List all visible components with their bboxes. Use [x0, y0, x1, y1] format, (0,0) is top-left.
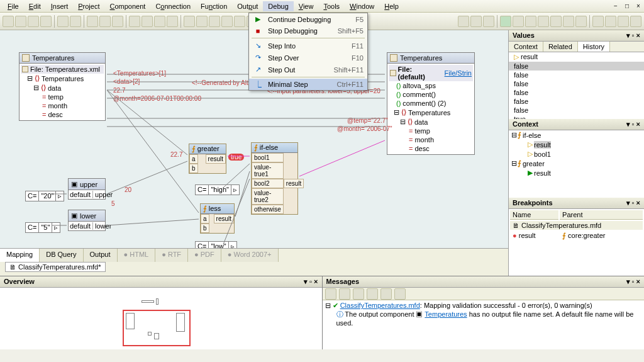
fn-greater[interactable]: ⨍ greater ab result: [189, 144, 226, 174]
value-row[interactable]: false: [509, 71, 644, 79]
tree-item[interactable]: data: [414, 118, 428, 126]
menu-output[interactable]: Output: [232, 1, 263, 11]
msg-btn[interactable]: [367, 288, 378, 300]
toolbar-btn[interactable]: [87, 16, 98, 27]
fn-less[interactable]: ⨍ less ab result: [200, 203, 235, 234]
toolbar-btn[interactable]: [15, 16, 26, 27]
menu-project[interactable]: Project: [73, 1, 104, 11]
port[interactable]: value-true1: [252, 162, 284, 179]
port[interactable]: otherwise: [252, 205, 284, 214]
file-tab[interactable]: 🗎 ClassifyTemperatures.mfd*: [0, 262, 508, 276]
toolbar-btn[interactable]: [234, 16, 245, 27]
port-a[interactable]: a: [189, 154, 198, 164]
tab-output[interactable]: Output: [84, 249, 118, 262]
toolbar-btn[interactable]: [483, 16, 494, 27]
value-row[interactable]: false: [509, 97, 644, 106]
tree-item[interactable]: temp: [48, 93, 63, 101]
overview-canvas[interactable]: [0, 288, 322, 349]
tree-item[interactable]: desc: [414, 145, 429, 152]
menu-item-minimal-step[interactable]: ⎿Minimal StepCtrl+F11: [249, 79, 367, 90]
toolbar-btn[interactable]: [112, 16, 123, 27]
toolbar-btn[interactable]: [575, 16, 587, 27]
toolbar-btn[interactable]: [129, 16, 140, 27]
const-20[interactable]: C="20"▹: [25, 191, 64, 201]
menu-debug[interactable]: Debug: [263, 1, 293, 11]
toolbar-btn[interactable]: [70, 16, 81, 27]
minimize-button[interactable]: −: [609, 1, 619, 10]
msg-btn[interactable]: [325, 288, 336, 300]
tree-item[interactable]: temp: [414, 127, 430, 135]
port-b[interactable]: b: [189, 164, 198, 173]
tree-item[interactable]: desc: [48, 111, 62, 118]
port-result[interactable]: result: [214, 214, 234, 223]
node-upper[interactable]: ▣upper defaultupper: [68, 178, 106, 200]
toolbar-btn[interactable]: [209, 16, 220, 27]
bp-file[interactable]: ClassifyTemperatures.mfd: [521, 222, 601, 229]
toolbar-btn[interactable]: [458, 16, 469, 27]
menu-help[interactable]: Help: [379, 1, 404, 11]
file-hint-link[interactable]: File/Strin: [445, 69, 472, 77]
context-item[interactable]: ⊟⨍ if-else: [509, 130, 644, 140]
toolbar-btn[interactable]: [563, 16, 574, 27]
value-row[interactable]: false: [509, 88, 644, 97]
msg-comp-link[interactable]: Temperatures: [425, 310, 467, 318]
panel-controls[interactable]: ▾ ▫ ×: [626, 31, 640, 40]
port[interactable]: value-true2: [252, 188, 284, 205]
panel-controls[interactable]: ▾ ▫ ×: [626, 278, 640, 286]
toolbar-btn[interactable]: [618, 16, 629, 27]
menu-insert[interactable]: Insert: [46, 1, 74, 11]
menu-connection[interactable]: Connection: [150, 1, 196, 11]
tree-item[interactable]: comment() (2): [402, 99, 446, 107]
panel-controls[interactable]: ▾ ▫ ×: [626, 120, 640, 128]
node-lower[interactable]: ▣lower defaultlower: [68, 210, 106, 231]
menu-item-step-into[interactable]: ↘Step IntoF11: [249, 40, 367, 52]
menu-tools[interactable]: Tools: [318, 1, 345, 11]
port-result[interactable]: result: [284, 179, 304, 188]
tree-item[interactable]: data: [48, 84, 61, 92]
menu-item-step-over[interactable]: ↷Step OverF10: [249, 52, 367, 64]
toolbar-btn[interactable]: [57, 16, 69, 27]
tab-mapping[interactable]: Mapping: [0, 249, 40, 262]
tree-item[interactable]: month: [414, 136, 434, 144]
tab-rtf[interactable]: ● RTF: [155, 249, 188, 262]
value-row[interactable]: false: [509, 79, 644, 88]
context-item[interactable]: ▶ result: [509, 168, 644, 178]
msg-file-link[interactable]: ClassifyTemperatures.mfd: [340, 302, 420, 309]
tree-item[interactable]: Temperatures: [42, 75, 84, 82]
menu-view[interactable]: View: [294, 1, 319, 11]
toolbar-btn[interactable]: [513, 16, 524, 27]
msg-btn[interactable]: [394, 288, 406, 300]
toolbar-btn[interactable]: [28, 16, 39, 27]
toolbar-btn[interactable]: [167, 16, 178, 27]
menu-item-step-out[interactable]: ↗Step OutShift+F11: [249, 64, 367, 76]
const-5[interactable]: C="5"▹: [25, 222, 60, 233]
toolbar-btn[interactable]: [605, 16, 616, 27]
close-button[interactable]: ×: [631, 1, 641, 10]
const-high[interactable]: C="high"▹: [195, 184, 240, 195]
tab-pdf[interactable]: ● PDF: [188, 249, 221, 262]
value-row[interactable]: false: [509, 106, 644, 115]
menu-component[interactable]: Component: [105, 1, 151, 11]
tab-word[interactable]: ● Word 2007+: [221, 249, 279, 262]
toolbar-btn[interactable]: [538, 16, 549, 27]
panel-controls[interactable]: ▾ ▫ ×: [626, 199, 640, 207]
source-node-temperatures[interactable]: Temperatures File: Temperatures.xml ⊟⟨⟩T…: [19, 52, 106, 121]
menu-edit[interactable]: Edit: [24, 1, 46, 11]
tab-context[interactable]: Context: [509, 42, 543, 52]
port-a[interactable]: a: [201, 214, 209, 223]
value-row[interactable]: ▷ result: [509, 52, 644, 62]
tab-history[interactable]: History: [578, 42, 610, 52]
toolbar-btn[interactable]: [3, 16, 14, 27]
tab-dbquery[interactable]: DB Query: [40, 249, 83, 262]
toolbar-btn[interactable]: [142, 16, 153, 27]
msg-btn[interactable]: [353, 288, 364, 300]
msg-btn[interactable]: [380, 288, 392, 300]
toolbar-btn[interactable]: [99, 16, 111, 27]
tree-item[interactable]: Temperatures: [408, 109, 450, 116]
tree-item[interactable]: comment(): [402, 91, 436, 98]
value-row[interactable]: false: [509, 62, 644, 71]
maximize-button[interactable]: □: [620, 1, 630, 10]
context-item[interactable]: ▷ bool1: [509, 149, 644, 159]
toolbar-btn[interactable]: [592, 16, 604, 27]
toolbar-btn[interactable]: [154, 16, 165, 27]
